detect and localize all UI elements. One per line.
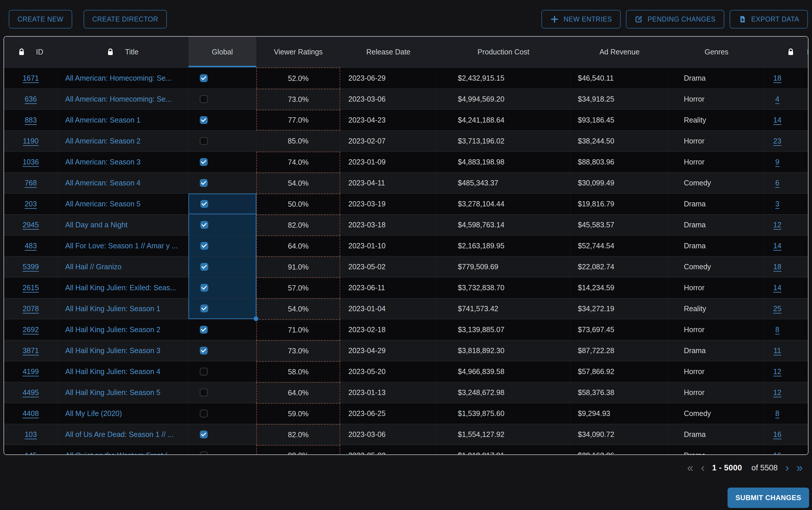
title-link[interactable]: All Day and a Night <box>65 221 127 229</box>
title-link[interactable]: All of Us Are Dead: Season 1 // ... <box>65 430 174 439</box>
directors-count-link[interactable]: 14 <box>773 242 781 250</box>
title-link[interactable]: All American: Season 1 <box>65 116 140 124</box>
ad-revenue-cell[interactable]: $87,722.28 <box>570 340 669 361</box>
production-cost-cell[interactable]: $4,883,198.98 <box>437 152 570 172</box>
global-cell[interactable] <box>188 152 256 172</box>
viewer-rating-cell[interactable]: 91.0% <box>256 257 340 277</box>
directors-count-link[interactable]: 14 <box>773 116 781 124</box>
production-cost-cell[interactable]: $485,343.37 <box>437 173 570 193</box>
production-cost-cell[interactable]: $4,994,569.20 <box>437 89 570 110</box>
release-date-cell[interactable]: 2023-05-20 <box>340 361 437 382</box>
genre-cell[interactable]: Comedy <box>669 403 764 424</box>
global-checkbox[interactable] <box>200 451 208 455</box>
viewer-rating-cell[interactable]: 82.0% <box>256 214 340 235</box>
global-cell[interactable] <box>188 193 256 214</box>
viewer-rating-cell[interactable]: 57.0% <box>256 277 340 298</box>
release-date-cell[interactable]: 2023-01-09 <box>340 152 437 172</box>
release-date-cell[interactable]: 2023-06-25 <box>340 403 437 424</box>
global-cell[interactable] <box>188 445 256 455</box>
global-checkbox[interactable] <box>200 347 208 355</box>
ad-revenue-cell[interactable]: $14,234.59 <box>570 277 669 298</box>
global-cell[interactable] <box>188 236 256 256</box>
id-link[interactable]: 2615 <box>23 283 39 292</box>
genre-cell[interactable]: Horror <box>669 319 764 340</box>
id-link[interactable]: 3871 <box>23 347 39 355</box>
release-date-cell[interactable]: 2023-05-02 <box>340 257 437 277</box>
viewer-rating-cell[interactable]: 73.0% <box>256 340 340 361</box>
directors-count-link[interactable]: 11 <box>774 347 781 355</box>
ad-revenue-cell[interactable]: $9,294.93 <box>570 403 669 424</box>
ad-revenue-cell[interactable]: $45,583.57 <box>570 214 669 235</box>
global-cell[interactable] <box>188 173 256 193</box>
production-cost-cell[interactable]: $3,139,885.07 <box>437 319 570 340</box>
id-link[interactable]: 2945 <box>23 221 39 229</box>
id-link[interactable]: 4199 <box>23 367 39 376</box>
viewer-rating-cell[interactable]: 74.0% <box>256 152 340 172</box>
title-link[interactable]: All Hail King Julien: Exiled: Seas... <box>65 283 176 292</box>
directors-count-link[interactable]: 12 <box>773 221 781 229</box>
ad-revenue-cell[interactable]: $73,697.45 <box>570 319 669 340</box>
column-header-id[interactable]: ID <box>4 37 58 67</box>
genre-cell[interactable]: Reality <box>669 298 764 319</box>
column-header-genres[interactable]: Genres <box>669 37 764 67</box>
title-link[interactable]: All American: Homecoming: Se... <box>65 95 172 103</box>
release-date-cell[interactable]: 2023-03-06 <box>340 424 437 445</box>
genre-cell[interactable]: Drama <box>669 424 764 445</box>
ad-revenue-cell[interactable]: $93,186.45 <box>570 110 669 130</box>
global-checkbox[interactable] <box>200 263 208 271</box>
release-date-cell[interactable]: 2023-03-18 <box>340 214 437 235</box>
global-cell[interactable] <box>188 298 256 319</box>
title-link[interactable]: All American: Season 2 <box>65 137 140 145</box>
submit-changes-button[interactable]: SUBMIT CHANGES <box>728 488 809 508</box>
ad-revenue-cell[interactable]: $22,082.74 <box>570 257 669 277</box>
viewer-rating-cell[interactable]: 54.0% <box>256 173 340 193</box>
viewer-rating-cell[interactable]: 64.0% <box>256 382 340 403</box>
title-link[interactable]: All Hail King Julien: Season 5 <box>65 388 161 397</box>
genre-cell[interactable]: Comedy <box>669 257 764 277</box>
title-link[interactable]: All American: Season 3 <box>65 158 140 166</box>
directors-count-link[interactable]: 16 <box>773 451 781 455</box>
global-checkbox[interactable] <box>200 137 208 145</box>
ad-revenue-cell[interactable]: $19,816.79 <box>570 193 669 214</box>
release-date-cell[interactable]: 2023-01-04 <box>340 298 437 319</box>
title-link[interactable]: All American: Season 4 <box>65 179 140 187</box>
genre-cell[interactable]: Horror <box>669 131 764 151</box>
export-data-button[interactable]: EXPORT DATA <box>730 10 808 29</box>
directors-count-link[interactable]: 25 <box>773 304 781 313</box>
directors-count-link[interactable]: 12 <box>773 367 781 376</box>
genre-cell[interactable]: Horror <box>669 152 764 172</box>
ad-revenue-cell[interactable]: $46,540.11 <box>570 67 669 89</box>
viewer-rating-cell[interactable]: 85.0% <box>256 131 340 151</box>
genre-cell[interactable]: Drama <box>669 236 764 256</box>
global-checkbox[interactable] <box>200 389 208 396</box>
genre-cell[interactable]: Drama <box>669 340 764 361</box>
column-header-global[interactable]: Global <box>188 37 256 67</box>
title-link[interactable]: All Hail King Julien: Season 4 <box>65 367 161 376</box>
production-cost-cell[interactable]: $1,918,917.91 <box>437 445 570 455</box>
title-link[interactable]: All Hail King Julien: Season 2 <box>65 325 161 334</box>
title-link[interactable]: All My Life (2020) <box>65 409 122 418</box>
production-cost-cell[interactable]: $3,818,892.30 <box>437 340 570 361</box>
ad-revenue-cell[interactable]: $28,163.86 <box>570 445 669 455</box>
global-checkbox[interactable] <box>200 95 208 103</box>
genre-cell[interactable]: Drama <box>669 214 764 235</box>
genre-cell[interactable]: Reality <box>669 110 764 130</box>
column-header-ad-revenue[interactable]: Ad Revenue <box>570 37 669 67</box>
id-link[interactable]: 4408 <box>23 409 39 418</box>
global-checkbox[interactable] <box>200 304 208 312</box>
global-cell[interactable] <box>188 257 256 277</box>
release-date-cell[interactable]: 2023-04-23 <box>340 110 437 130</box>
release-date-cell[interactable]: 2023-03-06 <box>340 89 437 110</box>
directors-count-link[interactable]: 23 <box>773 137 781 145</box>
directors-count-link[interactable]: 6 <box>775 179 779 187</box>
ad-revenue-cell[interactable]: $34,272.19 <box>570 298 669 319</box>
id-link[interactable]: 636 <box>25 95 37 103</box>
global-checkbox[interactable] <box>200 179 208 187</box>
release-date-cell[interactable]: 2023-06-29 <box>340 67 437 89</box>
ad-revenue-cell[interactable]: $30,099.49 <box>570 173 669 193</box>
release-date-cell[interactable]: 2023-04-29 <box>340 340 437 361</box>
production-cost-cell[interactable]: $3,278,104.44 <box>437 193 570 214</box>
global-checkbox[interactable] <box>200 410 208 417</box>
previous-page-button[interactable]: ‹ <box>701 462 704 473</box>
id-link[interactable]: 2692 <box>23 325 39 334</box>
